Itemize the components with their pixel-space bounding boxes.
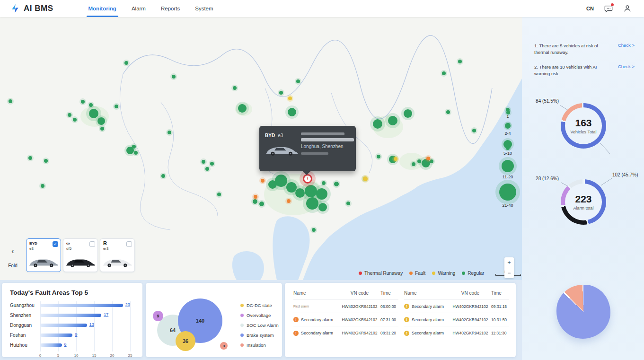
map-marker-g[interactable] <box>259 202 264 206</box>
map-marker-g[interactable] <box>89 103 93 107</box>
vehicle-checkbox[interactable] <box>126 241 132 247</box>
alarm-table-row[interactable]: !Secondary alarmHW402GKR94210210:31:50 <box>404 313 509 326</box>
x-axis-tick: 5 <box>57 353 59 358</box>
alarm-time: 09:31:15 <box>491 304 509 309</box>
navbar-right: CN <box>586 4 632 13</box>
tab-alarm[interactable]: Alarm <box>124 0 153 17</box>
zoom-in-button[interactable]: + <box>504 257 514 268</box>
check-link[interactable]: Check > <box>618 43 635 56</box>
fold-button[interactable]: ‹ Fold <box>5 247 21 268</box>
vehicle-map[interactable]: ! BYDe3 Longhua, Shenzhen 12-45-1011-202… <box>0 17 522 280</box>
map-marker-g[interactable] <box>334 182 339 186</box>
alarm-table-row[interactable]: First alarmHW402GKR94210206:00:00 <box>293 300 398 313</box>
map-marker-g[interactable] <box>404 109 412 118</box>
map-marker-o[interactable] <box>261 179 265 183</box>
map-marker-g[interactable] <box>126 147 134 154</box>
map-marker-g[interactable] <box>253 199 257 204</box>
alert-text: 1. There are 5 vehicles at risk of therm… <box>534 43 606 56</box>
map-marker-g[interactable] <box>89 109 98 118</box>
alarm-donut-callout-right: 102 (45.7%) <box>612 172 644 177</box>
map-marker-g[interactable] <box>134 151 138 155</box>
map-marker-g[interactable] <box>124 61 128 65</box>
map-marker-g[interactable] <box>97 117 105 125</box>
map-marker-g[interactable] <box>412 162 415 166</box>
map-marker-g[interactable] <box>210 162 214 166</box>
vehicle-card-df5[interactable]: ∞df5 <box>63 238 98 272</box>
alarm-name: Secondary alarm <box>301 317 333 322</box>
map-marker-g[interactable] <box>100 127 104 131</box>
bubble-dc-dc-state[interactable]: 36 <box>176 331 195 351</box>
map-marker-g[interactable] <box>9 99 12 103</box>
user-icon[interactable] <box>623 4 632 13</box>
map-marker-g[interactable] <box>202 160 205 164</box>
alarm-table-row[interactable]: !Secondary alarmHW402GKR94210211:31:30 <box>404 326 509 340</box>
map-marker-g[interactable] <box>430 159 433 163</box>
map-marker-g[interactable] <box>81 100 85 104</box>
vehicle-checkbox[interactable] <box>89 241 95 247</box>
status-legend-regular: Regular <box>462 271 484 276</box>
chat-icon[interactable] <box>604 4 613 13</box>
map-marker-g[interactable] <box>288 108 296 116</box>
table-header-vn-code: VN code <box>450 290 491 296</box>
table-header-vn-code: VN code <box>339 290 380 296</box>
tab-reports[interactable]: Reports <box>153 0 187 17</box>
vehicle-card-er3[interactable]: Rer3 <box>100 238 135 272</box>
map-marker-g[interactable] <box>472 129 476 132</box>
map-marker-g[interactable] <box>318 203 327 211</box>
map-marker-g[interactable] <box>346 202 350 205</box>
map-marker-g[interactable] <box>233 86 237 90</box>
alarm-table-row[interactable]: !Secondary alarmHW402GKR94210207:31:00 <box>293 313 398 326</box>
map-marker-g[interactable] <box>217 193 221 196</box>
map-marker-o[interactable] <box>426 157 430 160</box>
bubble-legend-item: Insulation <box>240 342 279 348</box>
vehicle-model: df5 <box>66 246 95 251</box>
map-marker-g[interactable] <box>377 155 380 158</box>
sidebar-pie-chart <box>556 285 610 339</box>
map-marker-g[interactable] <box>306 197 318 210</box>
map-marker-g[interactable] <box>28 156 32 160</box>
map-marker-g[interactable] <box>316 188 327 200</box>
map-marker-g[interactable] <box>373 119 382 129</box>
vehicle-checkbox[interactable]: ✓ <box>53 241 58 247</box>
map-marker-g[interactable] <box>458 60 462 63</box>
map-marker-g[interactable] <box>322 181 326 185</box>
map-marker-g[interactable] <box>388 116 397 125</box>
vn-code: HW402GKR942102 <box>339 317 380 322</box>
alarm-table-row[interactable]: !Secondary alarmHW402GKR94210208:31:20 <box>293 326 398 340</box>
map-marker-g[interactable] <box>446 110 450 114</box>
map-marker-y[interactable] <box>363 176 368 181</box>
alarm-table-row[interactable]: !Secondary alarmHW402GKR94210209:31:15 <box>404 300 509 313</box>
zoom-out-button[interactable]: − <box>504 268 514 279</box>
map-marker-g[interactable] <box>296 79 300 83</box>
tooltip-text-line <box>301 152 328 155</box>
map-marker-g[interactable] <box>205 167 209 171</box>
map-marker-g[interactable] <box>161 174 165 178</box>
map-marker-o[interactable] <box>254 195 257 199</box>
map-marker-g[interactable] <box>115 105 118 108</box>
language-button[interactable]: CN <box>586 6 594 11</box>
map-marker-g[interactable] <box>279 91 283 95</box>
map-marker-g[interactable] <box>41 184 44 188</box>
map-marker-g[interactable] <box>168 131 171 134</box>
alarm-name: Secondary alarm <box>412 331 444 335</box>
map-marker-g[interactable] <box>68 113 71 117</box>
tab-monitoring[interactable]: Monitoring <box>81 0 124 17</box>
bubble-overvoltage[interactable]: 9 <box>153 311 163 321</box>
map-marker-o[interactable] <box>287 199 291 203</box>
map-marker-g[interactable] <box>238 104 247 113</box>
map-marker-g[interactable] <box>442 71 446 75</box>
map-marker-g[interactable] <box>417 159 421 163</box>
map-marker-g[interactable] <box>268 180 277 189</box>
vehicle-card-e3[interactable]: BYDe3✓ <box>26 238 61 272</box>
map-marker-g[interactable] <box>295 188 305 198</box>
bubble-insulation[interactable]: 3 <box>220 342 228 350</box>
check-link[interactable]: Check > <box>618 64 635 77</box>
vehicle-model: e3 <box>29 246 58 251</box>
map-marker-y[interactable] <box>394 157 397 161</box>
map-marker-g[interactable] <box>312 228 316 232</box>
map-marker-g[interactable] <box>44 159 48 163</box>
map-marker-y[interactable] <box>288 97 292 100</box>
map-marker-g[interactable] <box>73 118 77 122</box>
tab-system[interactable]: System <box>187 0 221 17</box>
map-marker-g[interactable] <box>172 75 176 79</box>
